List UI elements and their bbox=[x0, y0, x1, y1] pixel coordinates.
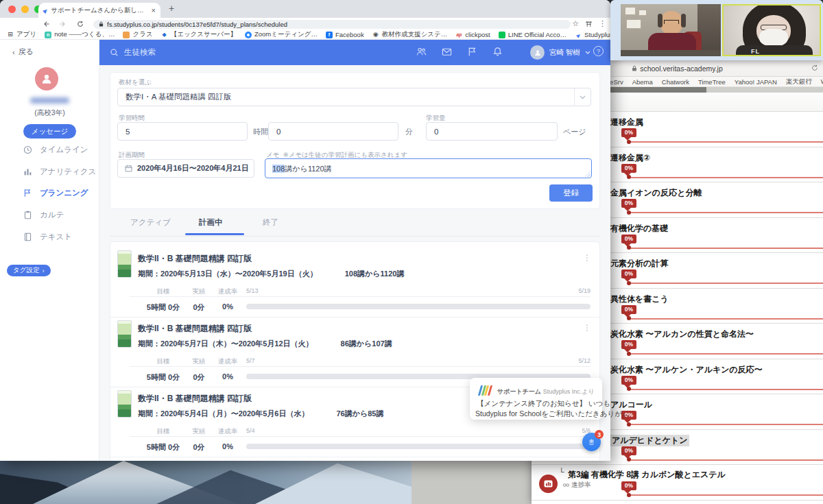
reload-icon[interactable] bbox=[811, 64, 818, 71]
minutes-input[interactable] bbox=[268, 122, 398, 141]
forward-icon[interactable] bbox=[60, 21, 67, 27]
bookmark-item[interactable]: ◉教材作成支援システ… bbox=[372, 30, 448, 39]
bookmark-favicon: ▶ bbox=[573, 30, 583, 40]
unread-badge: 3 bbox=[595, 430, 604, 439]
axis-line bbox=[130, 436, 591, 437]
progress-dot bbox=[627, 211, 631, 215]
bookmark-item[interactable]: ⊞アプリ bbox=[7, 30, 36, 39]
lesson-title: 炭化水素 〜アルカンの性質と命名法〜 bbox=[610, 328, 754, 340]
url-text: fs.studyplus.co.jp/students/0c137e5fd7/s… bbox=[107, 21, 287, 28]
wall-papers bbox=[626, 19, 641, 29]
safari-bookmark[interactable]: leSrv bbox=[608, 78, 623, 86]
rate-value: 0% bbox=[215, 372, 241, 381]
sidebar-item-karte[interactable]: カルテ bbox=[0, 206, 99, 223]
tab-active-plans[interactable]: アクティブ bbox=[130, 217, 171, 228]
actual-header: 実績 bbox=[189, 287, 209, 296]
hours-input[interactable] bbox=[117, 122, 248, 141]
bookmark-item[interactable]: nnote ——つくる、… bbox=[45, 30, 115, 39]
student-search-input[interactable]: 生徒検索 bbox=[110, 47, 156, 58]
safari-bookmark[interactable]: 楽天銀行 bbox=[786, 77, 812, 86]
hair bbox=[681, 14, 686, 27]
goal-value: 5時間 0分 bbox=[138, 302, 189, 313]
branch-glyph: └ bbox=[559, 468, 564, 476]
notification-toast[interactable]: サポートチーム Studyplus Inc.より 【メンテナンス終了のお知らせ】… bbox=[470, 378, 602, 420]
intercom-chat-button[interactable]: 3 bbox=[582, 433, 601, 451]
material-select[interactable]: 数学I・A 基礎問題精講 四訂版 bbox=[117, 88, 591, 106]
glasses bbox=[664, 20, 679, 24]
help-icon[interactable]: ? bbox=[593, 46, 604, 56]
report-flag-icon[interactable] bbox=[467, 47, 477, 57]
bookmark-item[interactable]: apclickpost bbox=[455, 31, 490, 38]
bookmark-item[interactable]: LINE Official Acco… bbox=[499, 31, 566, 38]
study-plan-item[interactable]: 数学II・B 基礎問題精講 四訂版 ⋮ 期間：2020年5月13日（水）〜202… bbox=[110, 248, 599, 317]
bookmark-favicon bbox=[499, 32, 505, 38]
desktop: school.veritas-academy.jp leSrv Abema Ch… bbox=[0, 0, 823, 504]
user-menu[interactable]: 宮崎 智樹 bbox=[530, 45, 591, 60]
tag-settings-button[interactable]: タグ設定 › bbox=[7, 265, 51, 276]
bookmark-item[interactable]: ▶Studyplus For Sc… bbox=[575, 31, 610, 38]
bookmarks-bar: ⊞アプリ nnote ——つくる、… クラス ◆【エックスサーバー】 Zoomミ… bbox=[0, 30, 610, 40]
mail-icon[interactable] bbox=[442, 47, 452, 57]
actual-header: 実績 bbox=[189, 427, 209, 436]
sidebar-item-planning[interactable]: プランニング bbox=[0, 184, 99, 201]
progress-line bbox=[628, 283, 823, 284]
rate-header: 達成率 bbox=[215, 357, 241, 366]
minimize-window-button[interactable] bbox=[21, 5, 29, 13]
safari-bookmark[interactable]: Yahoo! JAPAN bbox=[735, 78, 777, 86]
tab-finished-plans[interactable]: 終了 bbox=[263, 217, 278, 228]
sidebar-item-timeline[interactable]: タイムライン bbox=[0, 141, 99, 158]
plan-menu-icon[interactable]: ⋮ bbox=[583, 323, 591, 333]
safari-bookmark[interactable]: TimeTree bbox=[698, 78, 726, 86]
extension-icon[interactable] bbox=[585, 21, 593, 27]
progress-dot bbox=[627, 245, 631, 250]
back-link[interactable]: ‹ 戻る bbox=[12, 47, 34, 57]
window-controls[interactable] bbox=[8, 5, 42, 13]
active-tab-indicator bbox=[185, 233, 244, 235]
tab-scheduled-plans[interactable]: 計画中 bbox=[199, 217, 223, 228]
students-icon[interactable] bbox=[416, 47, 427, 57]
address-bar[interactable]: fs.studyplus.co.jp/students/0c137e5fd7/s… bbox=[93, 20, 571, 29]
bookmark-item[interactable]: Zoomミーティング… bbox=[245, 30, 318, 39]
progress-dot bbox=[627, 493, 631, 497]
bookmark-star-icon[interactable]: ☆ bbox=[572, 19, 579, 28]
period-picker[interactable]: 2020年4月16日〜2020年4月21日 bbox=[117, 159, 254, 178]
message-button[interactable]: メッセージ bbox=[23, 124, 76, 139]
new-tab-button[interactable]: + bbox=[169, 3, 174, 14]
participant-video-remote[interactable] bbox=[621, 4, 721, 56]
reload-icon[interactable] bbox=[77, 21, 84, 27]
submit-button[interactable]: 登録 bbox=[549, 184, 593, 202]
plan-menu-icon[interactable]: ⋮ bbox=[583, 253, 591, 263]
safari-bookmark[interactable]: Chatwork bbox=[662, 78, 689, 86]
back-icon[interactable] bbox=[43, 21, 49, 27]
lesson-item-featured[interactable]: └ 第3編 有機化学 8講 カルボン酸とエステル 進捗率 0% bbox=[532, 464, 823, 500]
participant-video-self[interactable]: FL bbox=[722, 4, 821, 56]
sidebar-item-analytics[interactable]: アナリティクス bbox=[0, 163, 99, 180]
plan-title: 数学II・B 基礎問題精講 四訂版 bbox=[138, 323, 252, 335]
actual-value: 0分 bbox=[189, 302, 209, 313]
memo-textarea[interactable]: 108講から1120講 bbox=[265, 158, 592, 178]
bell-icon[interactable] bbox=[492, 47, 503, 57]
rate-header: 達成率 bbox=[215, 287, 241, 296]
sidebar-item-text[interactable]: テキスト bbox=[0, 228, 99, 245]
bookmark-item[interactable]: fFacebook bbox=[326, 31, 364, 38]
book-icon bbox=[23, 232, 32, 241]
plan-range: 76講から85講 bbox=[336, 409, 383, 418]
calendar-icon bbox=[125, 165, 132, 172]
textbook-cover bbox=[117, 250, 132, 278]
date-end-label: 5/12 bbox=[578, 357, 591, 364]
close-window-button[interactable] bbox=[8, 5, 16, 13]
safari-bookmark[interactable]: Abema bbox=[632, 78, 653, 86]
bookmark-item[interactable]: クラス bbox=[123, 30, 152, 39]
toast-body-line2: Studyplus for Schoolをご利用いただきありが... bbox=[475, 409, 628, 419]
safari-tab-area bbox=[706, 87, 823, 93]
plan-period: 期間：2020年5月7日（木）〜2020年5月12日（火）86講から107講 bbox=[138, 339, 392, 349]
bookmark-favicon: ap bbox=[455, 32, 462, 38]
browser-tab-active[interactable]: ▶ サポートチームさんから新しいメ… × bbox=[38, 3, 160, 18]
tab-close-icon[interactable]: × bbox=[152, 7, 156, 14]
amount-input[interactable] bbox=[426, 122, 558, 141]
study-plan-item[interactable]: 数学II・B 基礎問題精講 四訂版 ⋮ 期間：2020年5月7日（木）〜2020… bbox=[110, 317, 599, 387]
bookmark-item[interactable]: ◆【エックスサーバー】 bbox=[161, 30, 237, 39]
progress-dot bbox=[627, 175, 631, 179]
bookmark-favicon bbox=[245, 32, 252, 38]
chrome-menu-icon[interactable]: ⋮ bbox=[599, 19, 606, 28]
